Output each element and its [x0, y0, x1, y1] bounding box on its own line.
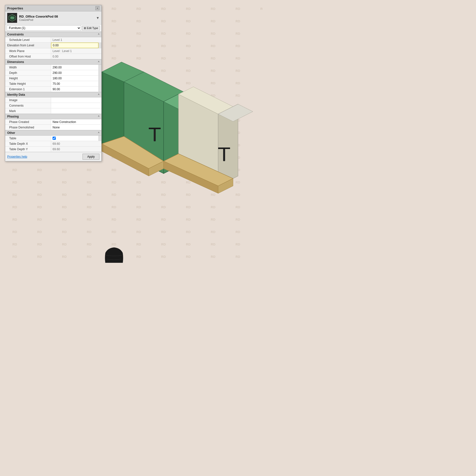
- svg-text:RD: RD: [161, 7, 166, 11]
- element-type: CoworkPod: [19, 18, 58, 21]
- svg-text:RD: RD: [136, 242, 141, 246]
- prop-width: Width 290.00: [5, 65, 101, 70]
- prop-indicator-depth: [98, 70, 101, 75]
- prop-extension-1: Extension 1 90.00: [5, 87, 101, 92]
- prop-value-table-height: 75.00: [51, 81, 98, 86]
- apply-button[interactable]: Apply: [83, 154, 99, 160]
- prop-value-table-depth-y: 69.60: [51, 147, 101, 152]
- prop-image: Image: [5, 97, 101, 103]
- svg-text:RD: RD: [236, 44, 240, 48]
- prop-label-table-depth-x: Table Depth X: [5, 141, 51, 146]
- svg-text:RD: RD: [136, 44, 141, 48]
- svg-text:RD: RD: [37, 205, 42, 209]
- prop-label-phase-created: Phase Created: [5, 119, 51, 124]
- svg-text:RD: RD: [211, 205, 215, 209]
- properties-help-link[interactable]: Properties help: [7, 155, 27, 158]
- svg-rect-256: [223, 149, 225, 161]
- svg-text:RD: RD: [186, 255, 191, 259]
- svg-text:RD: RD: [161, 69, 166, 73]
- svg-text:RD: RD: [236, 7, 240, 11]
- svg-text:RD: RD: [236, 180, 240, 184]
- svg-text:RD: RD: [186, 205, 191, 209]
- svg-text:RD: RD: [136, 218, 141, 221]
- prop-label-work-plane: Work Plane: [5, 48, 51, 54]
- prop-label-image: Image: [5, 97, 51, 103]
- svg-text:RD: RD: [211, 69, 215, 73]
- prop-table-height: Table Height 75.00: [5, 81, 101, 87]
- type-dropdown[interactable]: Furniture (1): [7, 25, 81, 31]
- prop-value-elevation[interactable]: 0.00: [51, 43, 98, 48]
- svg-text:RD: RD: [12, 193, 17, 197]
- prop-label-depth: Depth: [5, 70, 51, 75]
- prop-value-mark: [51, 108, 101, 114]
- svg-text:RD: RD: [37, 180, 42, 184]
- svg-text:RD: RD: [136, 205, 141, 209]
- svg-text:RD: RD: [211, 193, 215, 197]
- prop-indicator-extension-1: [98, 87, 101, 92]
- svg-text:RD: RD: [62, 205, 67, 209]
- section-dimensions: Dimensions ^: [5, 59, 101, 65]
- prop-label-extension-1: Extension 1: [5, 87, 51, 92]
- svg-text:RD: RD: [136, 255, 141, 259]
- svg-text:RD: RD: [161, 193, 166, 197]
- svg-text:RD: RD: [186, 193, 191, 197]
- prop-value-height: 180.00: [51, 76, 98, 81]
- collapse-other-icon: ^: [98, 132, 99, 134]
- svg-text:RD: RD: [37, 168, 42, 172]
- prop-table: Table: [5, 136, 101, 141]
- svg-text:RD: RD: [211, 218, 215, 221]
- panel-header: RD RD_Office CoworkPod 08 CoworkPod ▼: [5, 11, 101, 25]
- svg-text:RD: RD: [236, 19, 240, 23]
- prop-value-phase-demolished: None: [51, 125, 101, 130]
- svg-text:RD: RD: [12, 242, 17, 246]
- prop-label-table-height: Table Height: [5, 81, 51, 86]
- svg-text:RD: RD: [161, 180, 166, 184]
- svg-text:RD: RD: [161, 44, 166, 48]
- svg-text:RD: RD: [136, 19, 141, 23]
- section-identity: Identity Data ^: [5, 92, 101, 97]
- prop-label-phase-demolished: Phase Demolished: [5, 125, 51, 130]
- close-button[interactable]: ×: [95, 6, 99, 10]
- svg-text:RD: RD: [87, 193, 91, 197]
- svg-text:RD: RD: [136, 230, 141, 234]
- svg-text:RD: RD: [12, 205, 17, 209]
- svg-text:RD: RD: [211, 255, 215, 259]
- svg-text:RD: RD: [236, 57, 240, 60]
- svg-text:RD: RD: [87, 230, 91, 234]
- prop-value-depth: 290.00: [51, 70, 98, 75]
- table-checkbox[interactable]: [53, 137, 56, 140]
- svg-text:RD: RD: [136, 7, 141, 11]
- svg-text:RD: RD: [62, 242, 67, 246]
- prop-value-offset-host: 0.00: [51, 54, 101, 59]
- collapse-dimensions-icon: ^: [98, 61, 99, 63]
- prop-label-offset-host: Offset from Host: [5, 54, 51, 59]
- svg-text:RD: RD: [12, 218, 17, 221]
- svg-text:RD: RD: [161, 205, 166, 209]
- svg-text:RD: RD: [211, 19, 215, 23]
- svg-text:RD: RD: [62, 218, 67, 221]
- svg-text:RD: RD: [112, 7, 116, 11]
- svg-text:RD: RD: [260, 7, 263, 11]
- prop-value-extension-1: 90.00: [51, 87, 98, 92]
- svg-text:RD: RD: [161, 230, 166, 234]
- svg-text:RD: RD: [37, 218, 42, 221]
- svg-text:RD: RD: [236, 255, 240, 259]
- prop-value-image: [51, 97, 101, 103]
- section-constraints: Constraints ^: [5, 32, 101, 37]
- svg-text:RD: RD: [186, 44, 191, 48]
- svg-text:RD: RD: [236, 81, 240, 85]
- svg-text:RD: RD: [136, 57, 141, 60]
- prop-label-schedule-level: Schedule Level: [5, 37, 51, 42]
- panel-titlebar: Properties ×: [5, 5, 101, 11]
- svg-text:RD: RD: [236, 193, 240, 197]
- prop-indicator-width: [98, 65, 101, 70]
- svg-text:RD: RD: [236, 69, 240, 73]
- edit-type-button[interactable]: ⊞ Edit Type: [82, 26, 100, 30]
- prop-offset-host: Offset from Host 0.00: [5, 54, 101, 59]
- prop-label-comments: Comments: [5, 103, 51, 108]
- svg-text:RD: RD: [211, 230, 215, 234]
- svg-text:RD: RD: [211, 242, 215, 246]
- svg-text:RD: RD: [186, 69, 191, 73]
- svg-text:RD: RD: [236, 218, 240, 221]
- svg-text:RD: RD: [211, 57, 215, 60]
